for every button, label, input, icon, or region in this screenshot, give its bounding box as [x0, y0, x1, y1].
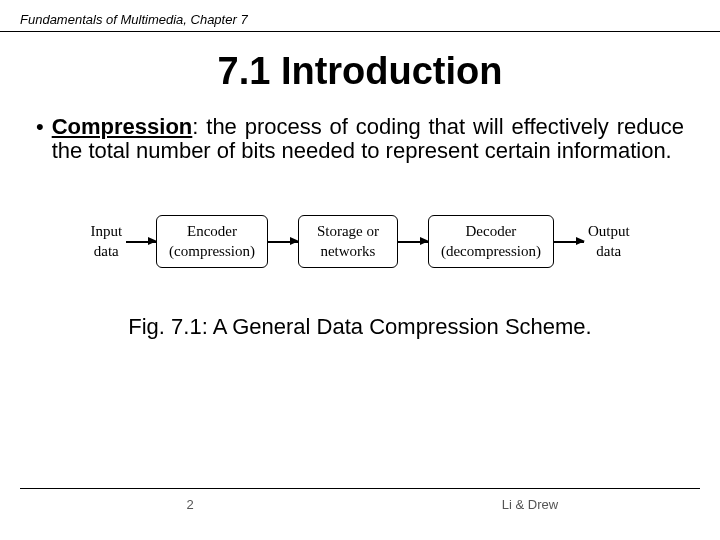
arrow-icon [126, 241, 156, 243]
compression-diagram: Input data Encoder (compression) Storage… [0, 215, 720, 268]
storage-box: Storage or networks [298, 215, 398, 268]
input-bottom: data [90, 242, 122, 262]
authors: Li & Drew [360, 497, 700, 512]
arrow-icon [554, 241, 584, 243]
figure-caption: Fig. 7.1: A General Data Compression Sch… [0, 314, 720, 340]
input-top: Input [90, 222, 122, 242]
decoder-bottom: (decompression) [441, 242, 541, 262]
definition-line: Compression: the process of coding that … [52, 115, 684, 163]
decoder-box: Decoder (decompression) [428, 215, 554, 268]
output-label: Output data [584, 222, 634, 261]
input-label: Input data [86, 222, 126, 261]
output-bottom: data [588, 242, 630, 262]
encoder-box: Encoder (compression) [156, 215, 268, 268]
output-top: Output [588, 222, 630, 242]
section-title: 7.1 Introduction [0, 50, 720, 93]
chapter-header: Fundamentals of Multimedia, Chapter 7 [0, 0, 720, 32]
arrow-icon [398, 241, 428, 243]
storage-top: Storage or [311, 222, 385, 242]
body-paragraph: • Compression: the process of coding tha… [0, 115, 720, 163]
slide-footer: 2 Li & Drew [20, 488, 700, 512]
arrow-icon [268, 241, 298, 243]
storage-bottom: networks [311, 242, 385, 262]
page-number: 2 [20, 497, 360, 512]
term-compression: Compression [52, 114, 193, 139]
decoder-top: Decoder [441, 222, 541, 242]
encoder-bottom: (compression) [169, 242, 255, 262]
bullet-mark: • [36, 115, 44, 163]
encoder-top: Encoder [169, 222, 255, 242]
